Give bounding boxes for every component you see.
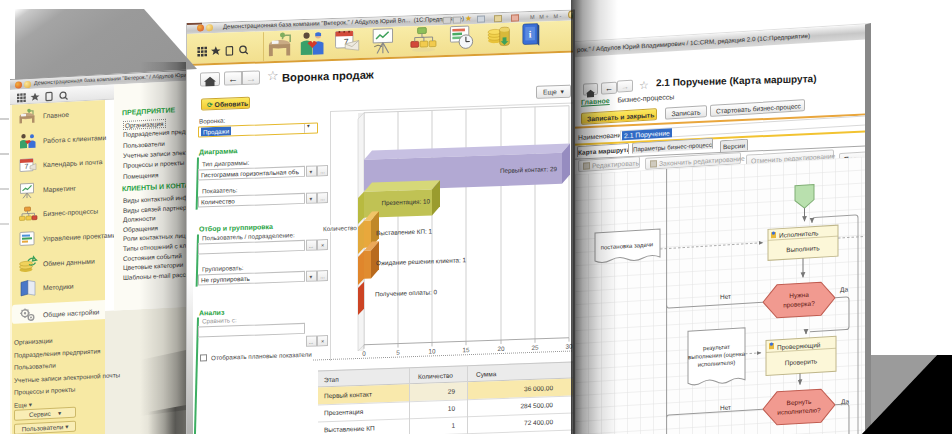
svg-text:25: 25 <box>531 344 538 351</box>
svg-text:20: 20 <box>497 345 504 352</box>
svg-text:Нет: Нет <box>720 404 731 412</box>
svg-text:Получение оплаты: 0: Получение оплаты: 0 <box>375 288 438 298</box>
svg-text:7: 7 <box>25 163 29 170</box>
svg-text:5: 5 <box>396 349 400 356</box>
svg-text:10: 10 <box>428 347 435 354</box>
svg-text:Выставление КП: 1: Выставление КП: 1 <box>376 227 432 236</box>
svg-text:i: i <box>529 28 532 39</box>
svg-text:0: 0 <box>362 350 366 357</box>
svg-text:15: 15 <box>462 346 469 353</box>
svg-text:Ожидание решения клиента: 1: Ожидание решения клиента: 1 <box>376 256 467 267</box>
svg-text:Нет: Нет <box>720 293 731 301</box>
svg-text:30: 30 <box>565 342 572 349</box>
